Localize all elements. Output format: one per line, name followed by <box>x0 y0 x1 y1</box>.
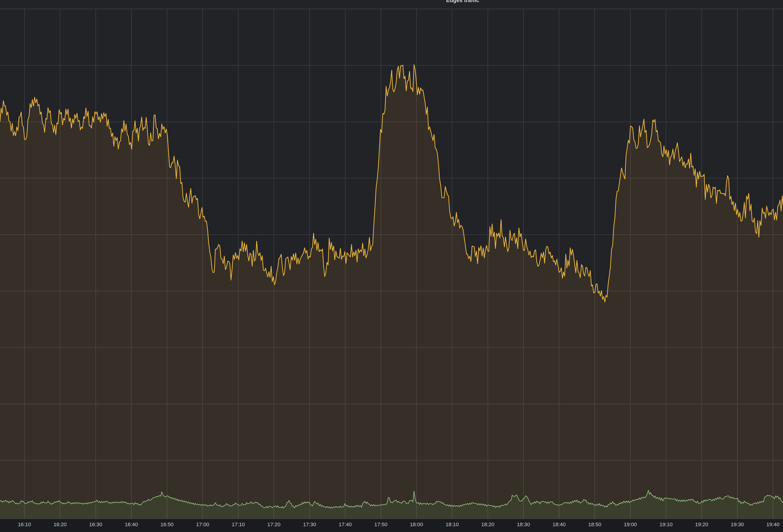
svg-text:18:40: 18:40 <box>553 522 566 527</box>
svg-text:16:40: 16:40 <box>125 522 138 527</box>
svg-text:18:00: 18:00 <box>410 522 423 527</box>
svg-text:17:30: 17:30 <box>303 522 316 527</box>
svg-text:16:10: 16:10 <box>18 522 31 527</box>
svg-text:18:20: 18:20 <box>481 522 494 527</box>
svg-text:19:00: 19:00 <box>624 522 637 527</box>
svg-text:16:30: 16:30 <box>89 522 102 527</box>
svg-text:16:20: 16:20 <box>54 522 66 527</box>
svg-text:17:10: 17:10 <box>232 522 245 527</box>
svg-text:17:50: 17:50 <box>374 522 387 527</box>
svg-text:19:10: 19:10 <box>660 522 672 527</box>
svg-text:16:50: 16:50 <box>160 522 174 527</box>
svg-text:18:30: 18:30 <box>517 522 530 527</box>
svg-text:18:50: 18:50 <box>588 522 601 527</box>
svg-text:19:30: 19:30 <box>731 522 744 527</box>
svg-text:18:10: 18:10 <box>446 522 459 527</box>
svg-text:19:40: 19:40 <box>766 522 780 527</box>
svg-text:17:00: 17:00 <box>196 522 209 527</box>
svg-text:17:40: 17:40 <box>339 522 352 527</box>
svg-text:19:20: 19:20 <box>695 522 708 527</box>
svg-text:17:20: 17:20 <box>268 522 280 527</box>
svg-text:Edges traffic: Edges traffic <box>446 0 479 3</box>
